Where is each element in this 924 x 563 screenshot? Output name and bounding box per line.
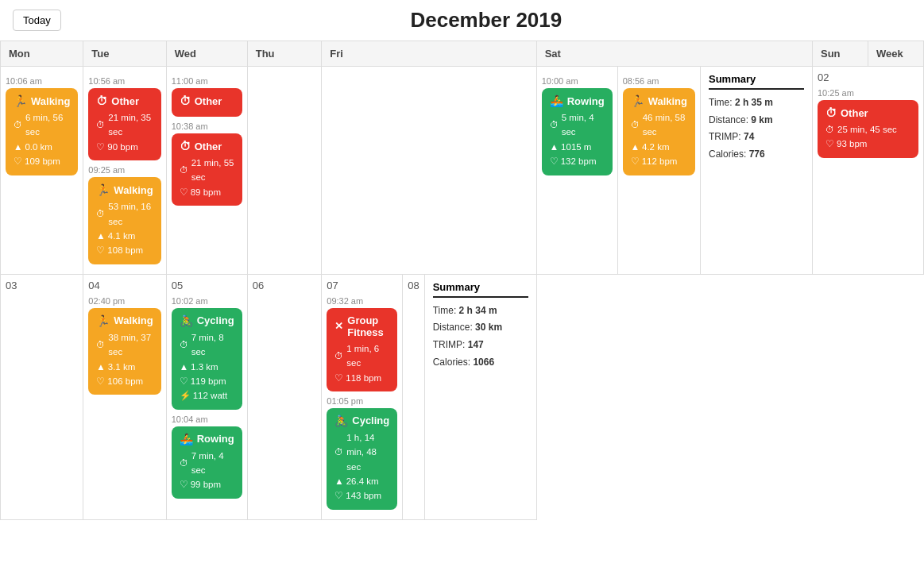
- week1-sat-sun-week: 10:00 am 🚣 Rowing ⏱ 5 min, 4 sec ▲ 1015 …: [537, 67, 813, 275]
- day-number: 08: [408, 280, 419, 291]
- week2-wed: 04 02:40 pm 🏃 Walking ⏱ 38 min, 37 sec ▲…: [83, 275, 166, 520]
- stat-duration: ⏱ 25 min, 45 sec: [825, 122, 910, 137]
- day-number: 06: [253, 280, 317, 291]
- today-button[interactable]: Today: [13, 10, 61, 31]
- week2-sun: 08: [403, 275, 424, 519]
- activity-card-other1[interactable]: ⏱ Other ⏱ 21 min, 35 sec ♡ 90 bpm: [88, 88, 160, 160]
- stat-distance: ▲ 3.1 km: [96, 360, 153, 374]
- summary-time: Time: 2 h 34 m: [433, 303, 528, 320]
- week2-summary: Summary Time: 2 h 34 m Distance: 30 km T…: [425, 275, 536, 519]
- summary-calories: Calories: 776: [709, 146, 804, 164]
- summary-trimp: TRIMP: 74: [709, 129, 804, 146]
- activity-title: ✕ Group Fitness: [334, 314, 389, 338]
- run-icon: 🏃: [96, 183, 110, 196]
- activity-title: ⏱ Other: [96, 94, 153, 107]
- activity-title: ⏱ Other: [825, 106, 910, 119]
- activity-card-walking[interactable]: 🏃 Walking ⏱ 6 min, 56 sec ▲ 0.0 km ♡ 109…: [6, 88, 78, 175]
- time-label-1: 09:32 am: [327, 296, 397, 306]
- stat-distance: ▲ 4.2 km: [631, 140, 687, 154]
- week2-thu: 05 10:02 am 🚴 Cycling ⏱ 7 min, 8 sec ▲ 1…: [167, 275, 248, 520]
- stat-hr: ♡ 108 bpm: [96, 243, 153, 257]
- week1-mon: 10:06 am 🏃 Walking ⏱ 6 min, 56 sec ▲ 0.0…: [1, 67, 83, 275]
- activity-stat-duration: ⏱ 6 min, 56 sec: [14, 110, 70, 140]
- week2-tue: 03: [1, 275, 83, 520]
- stat-duration: ⏱ 46 min, 58 sec: [631, 110, 687, 140]
- stat-duration: ⏱ 5 min, 4 sec: [550, 110, 605, 140]
- day-number: 03: [6, 280, 78, 291]
- stat-hr: ♡ 143 bpm: [334, 488, 389, 503]
- activity-card-cycling[interactable]: 🚴 Cycling ⏱ 7 min, 8 sec ▲ 1.3 km ♡ 119 …: [172, 308, 242, 410]
- activity-card-walking[interactable]: 🏃 Walking ⏱ 46 min, 58 sec ▲ 4.2 km ♡ 11…: [623, 88, 695, 175]
- activity-card-walking2[interactable]: 🏃 Walking ⏱ 53 min, 16 sec ▲ 4.1 km ♡ 10…: [88, 177, 160, 264]
- activity-title: 🚣 Rowing: [550, 94, 605, 107]
- page-title: December 2019: [61, 8, 911, 33]
- time-label: 02:40 pm: [88, 296, 160, 306]
- stat-hr: ♡ 93 bpm: [825, 137, 910, 151]
- activity-stat-hr: ♡ 109 bpm: [14, 154, 70, 168]
- stat-distance: ▲ 4.1 km: [96, 229, 153, 243]
- stat-hr: ♡ 99 bpm: [180, 477, 234, 492]
- header-wed: Wed: [167, 41, 248, 67]
- header-thu: Thu: [248, 41, 323, 67]
- week2-sat: 07 09:32 am ✕ Group Fitness ⏱ 1 min, 6 s…: [322, 275, 403, 519]
- stat-hr: ♡ 89 bpm: [180, 185, 234, 199]
- stat-duration: ⏱ 21 min, 55 sec: [180, 156, 234, 185]
- summary-title: Summary: [433, 281, 528, 298]
- activity-card-groupfitness[interactable]: ✕ Group Fitness ⏱ 1 min, 6 sec ♡ 118 bpm: [327, 308, 397, 391]
- week2-fri: 06: [248, 275, 323, 520]
- rowing-icon: 🚣: [550, 94, 563, 107]
- time-label-2: 09:25 am: [88, 165, 160, 175]
- run-icon: 🏃: [96, 314, 110, 327]
- stat-hr: ♡ 112 bpm: [631, 154, 687, 168]
- header-week: Week: [868, 41, 923, 66]
- activity-card-other1[interactable]: ⏱ Other: [172, 88, 242, 117]
- stat-duration: ⏱ 1 h, 14 min, 48 sec: [334, 430, 389, 474]
- week1-tue: 10:56 am ⏱ Other ⏱ 21 min, 35 sec ♡ 90 b…: [83, 67, 166, 275]
- week1-wed: 11:00 am ⏱ Other 10:38 am ⏱ Other ⏱ 21 m…: [167, 67, 248, 275]
- activity-title: 🚴 Cycling: [334, 415, 389, 427]
- stat-distance: ▲ 1.3 km: [180, 360, 234, 374]
- stat-hr: ♡ 132 bpm: [550, 154, 605, 168]
- time-label: 08:56 am: [623, 76, 695, 86]
- week1-thu: [248, 67, 323, 275]
- cycling-icon: 🚴: [180, 314, 193, 327]
- rowing-icon: 🚣: [180, 433, 193, 445]
- activity-card-other2[interactable]: ⏱ Other ⏱ 21 min, 55 sec ♡ 89 bpm: [172, 133, 242, 206]
- activity-title: 🏃 Walking: [96, 183, 153, 196]
- day-number: 05: [172, 280, 242, 291]
- stat-distance: ▲ 26.4 km: [334, 474, 389, 488]
- activity-card-rowing[interactable]: 🚣 Rowing ⏱ 5 min, 4 sec ▲ 1015 m ♡ 132 b…: [542, 88, 613, 175]
- time-label-2: 10:04 am: [172, 415, 242, 424]
- activity-card-cycling2[interactable]: 🚴 Cycling ⏱ 1 h, 14 min, 48 sec ▲ 26.4 k…: [327, 408, 397, 510]
- time-label-2: 01:05 pm: [327, 396, 397, 406]
- timer-icon: ⏱: [180, 94, 191, 107]
- stat-duration: ⏱ 21 min, 35 sec: [96, 110, 153, 140]
- stat-duration: ⏱ 38 min, 37 sec: [96, 330, 153, 360]
- run-icon: 🏃: [14, 94, 27, 107]
- week1-sun: 08:56 am 🏃 Walking ⏱ 46 min, 58 sec ▲ 4.…: [618, 67, 701, 274]
- summary-distance: Distance: 30 km: [433, 319, 528, 337]
- time-label: 10:25 am: [818, 88, 918, 98]
- week1-summary: Summary Time: 2 h 35 m Distance: 9 km TR…: [701, 67, 812, 274]
- summary-distance: Distance: 9 km: [709, 112, 804, 129]
- run-icon: 🏃: [631, 94, 644, 107]
- time-label-1: 10:56 am: [88, 76, 160, 86]
- header-sun: Sun: [813, 41, 868, 66]
- time-label: 10:06 am: [6, 76, 78, 86]
- activity-card-walking[interactable]: 🏃 Walking ⏱ 38 min, 37 sec ▲ 3.1 km ♡ 10…: [88, 308, 160, 395]
- stat-duration: ⏱ 53 min, 16 sec: [96, 199, 153, 229]
- activity-card-other[interactable]: ⏱ Other ⏱ 25 min, 45 sec ♡ 93 bpm: [818, 100, 918, 158]
- week2-sat-sun-week: 07 09:32 am ✕ Group Fitness ⏱ 1 min, 6 s…: [322, 275, 536, 520]
- summary-title: Summary: [709, 73, 804, 90]
- summary-calories: Calories: 1066: [433, 354, 528, 372]
- activity-title: ⏱ Other: [180, 140, 234, 152]
- cycling-icon: 🚴: [334, 415, 348, 427]
- activity-card-rowing[interactable]: 🚣 Rowing ⏱ 7 min, 4 sec ♡ 99 bpm: [172, 426, 242, 499]
- activity-title: ⏱ Other: [180, 94, 234, 107]
- stat-power: ⚡ 112 watt: [180, 388, 234, 403]
- group-icon: ✕: [334, 320, 343, 332]
- time-label: 10:00 am: [542, 76, 613, 86]
- time-label-2: 10:38 am: [172, 121, 242, 131]
- time-label-1: 11:00 am: [172, 76, 242, 86]
- header-mon: Mon: [1, 41, 83, 67]
